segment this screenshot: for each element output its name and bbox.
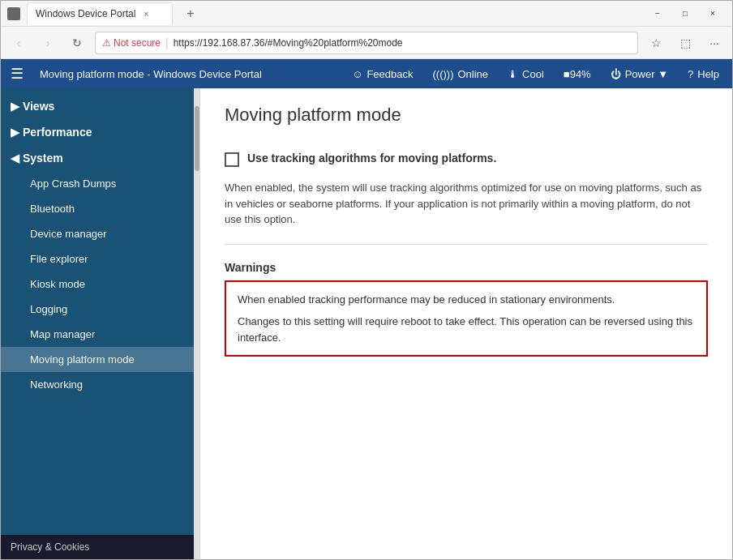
forward-button[interactable]: › — [36, 32, 59, 54]
warnings-box: When enabled tracking performance may be… — [225, 280, 708, 357]
restore-button[interactable]: □ — [672, 2, 698, 25]
url-separator: | — [165, 36, 169, 49]
title-bar: Windows Device Portal × + − □ × — [1, 1, 732, 27]
main-area: ▶ Views ▶ Performance ◀ System App Crash… — [1, 88, 732, 559]
file-explorer-label: File explorer — [30, 253, 88, 265]
scrollbar-thumb[interactable] — [195, 106, 199, 171]
back-button[interactable]: ‹ — [7, 32, 30, 54]
online-label: Online — [457, 68, 488, 80]
nav-section: ▶ Views ▶ Performance ◀ System App Crash… — [1, 88, 194, 402]
device-manager-label: Device manager — [30, 228, 107, 240]
warning-text-1: When enabled tracking performance may be… — [238, 292, 695, 308]
online-icon: ((())) — [433, 68, 454, 80]
more-button[interactable]: ··· — [703, 32, 726, 54]
app-crash-dumps-label: App Crash Dumps — [30, 177, 116, 190]
performance-label: ▶ Performance — [11, 126, 92, 139]
temperature-status: 🌡 Cool — [504, 68, 547, 80]
kiosk-mode-label: Kiosk mode — [30, 278, 85, 290]
tracking-checkbox[interactable] — [225, 152, 239, 167]
battery-status: ■94% — [560, 68, 594, 80]
battery-label: ■94% — [564, 68, 591, 80]
collections-button[interactable]: ⬚ — [674, 32, 697, 54]
toolbar-title: Moving platform mode - Windows Device Po… — [40, 68, 336, 80]
sidebar-item-file-explorer[interactable]: File explorer — [1, 246, 194, 271]
window-controls: − □ × — [645, 2, 726, 25]
privacy-cookies-link[interactable]: Privacy & Cookies — [1, 535, 194, 559]
feedback-label: Feedback — [366, 68, 413, 80]
sidebar-scroll[interactable]: ▶ Views ▶ Performance ◀ System App Crash… — [1, 88, 194, 535]
networking-label: Networking — [30, 378, 83, 391]
description-text: When enabled, the system will use tracki… — [225, 180, 708, 228]
sidebar-item-app-crash-dumps[interactable]: App Crash Dumps — [1, 171, 194, 196]
map-manager-label: Map manager — [30, 328, 95, 340]
sidebar-item-map-manager[interactable]: Map manager — [1, 322, 194, 347]
sidebar-item-system[interactable]: ◀ System — [1, 145, 194, 171]
favorites-button[interactable]: ☆ — [645, 32, 667, 54]
url-bar[interactable]: ⚠ Not secure | https://192.168.87.36/#Mo… — [95, 32, 638, 54]
checkbox-label: Use tracking algorithms for moving platf… — [247, 152, 496, 165]
page-title: Moving platform mode — [225, 105, 708, 132]
address-bar: ‹ › ↻ ⚠ Not secure | https://192.168.87.… — [1, 27, 732, 59]
thermometer-icon: 🌡 — [508, 68, 518, 80]
browser-tab[interactable]: Windows Device Portal × — [27, 2, 173, 25]
tab-title: Windows Device Portal — [36, 8, 135, 19]
privacy-cookies-label: Privacy & Cookies — [11, 541, 89, 553]
moving-platform-mode-label: Moving platform mode — [30, 353, 135, 365]
new-tab-button[interactable]: + — [179, 2, 202, 25]
security-indicator: ⚠ Not secure — [102, 37, 161, 49]
warning-text-2: Changes to this setting will require reb… — [238, 314, 695, 345]
sidebar-scrollbar[interactable] — [194, 88, 200, 559]
sidebar-item-moving-platform-mode[interactable]: Moving platform mode — [1, 347, 194, 372]
sidebar: ▶ Views ▶ Performance ◀ System App Crash… — [1, 88, 194, 559]
url-text: https://192.168.87.36/#Moving%20platform… — [174, 37, 403, 49]
temperature-label: Cool — [522, 68, 544, 80]
sidebar-item-performance[interactable]: ▶ Performance — [1, 119, 194, 145]
feedback-button[interactable]: ☺ Feedback — [349, 68, 416, 80]
feedback-icon: ☺ — [352, 68, 362, 80]
warning-icon: ⚠ — [102, 37, 111, 49]
divider — [225, 244, 708, 245]
main-content: Moving platform mode Use tracking algori… — [200, 88, 732, 559]
sidebar-wrapper: ▶ Views ▶ Performance ◀ System App Crash… — [1, 88, 200, 559]
sidebar-item-bluetooth[interactable]: Bluetooth — [1, 196, 194, 221]
views-label: ▶ Views — [11, 100, 54, 113]
warnings-title: Warnings — [225, 261, 708, 274]
close-button[interactable]: × — [700, 2, 726, 25]
minimize-button[interactable]: − — [645, 2, 671, 25]
logging-label: Logging — [30, 303, 67, 315]
warnings-section: Warnings When enabled tracking performan… — [225, 261, 708, 357]
system-label: ◀ System — [11, 152, 63, 165]
sidebar-item-kiosk-mode[interactable]: Kiosk mode — [1, 271, 194, 297]
help-label: Help — [697, 68, 719, 80]
power-button[interactable]: ⏻ Power ▼ — [607, 68, 671, 80]
app-toolbar: ☰ Moving platform mode - Windows Device … — [1, 59, 732, 88]
online-status: ((())) Online — [430, 68, 492, 80]
power-label: Power ▼ — [625, 68, 668, 80]
tab-close-button[interactable]: × — [144, 10, 148, 19]
sidebar-item-device-manager[interactable]: Device manager — [1, 221, 194, 246]
sidebar-item-networking[interactable]: Networking — [1, 372, 194, 397]
refresh-button[interactable]: ↻ — [66, 32, 88, 54]
sidebar-item-views[interactable]: ▶ Views — [1, 93, 194, 119]
not-secure-label: Not secure — [114, 37, 161, 49]
checkbox-row: Use tracking algorithms for moving platf… — [225, 152, 708, 167]
sidebar-item-logging[interactable]: Logging — [1, 297, 194, 322]
help-button[interactable]: ? Help — [684, 68, 722, 80]
browser-icon — [7, 7, 20, 20]
help-icon: ? — [688, 68, 693, 80]
power-icon: ⏻ — [611, 68, 621, 80]
hamburger-menu-button[interactable]: ☰ — [11, 65, 24, 83]
bluetooth-label: Bluetooth — [30, 203, 75, 215]
